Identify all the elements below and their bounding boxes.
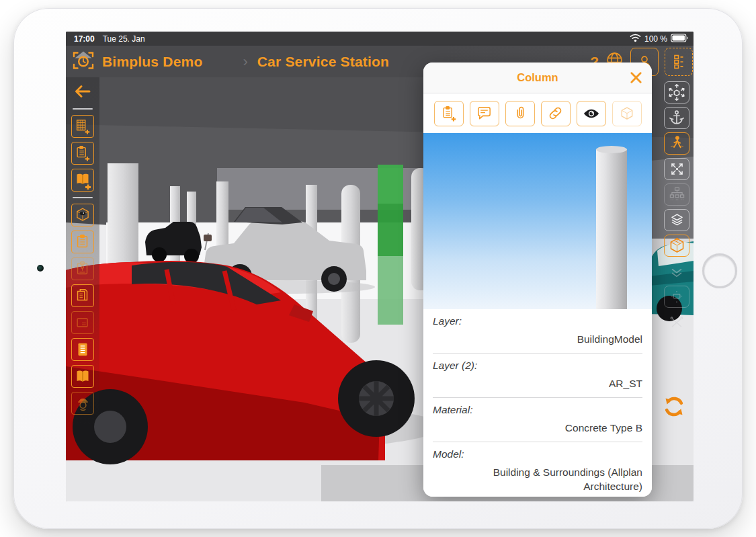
right-toolbar: [661, 81, 692, 333]
screenshot-stage: 17:00 Tue 25. Jan 100 % Bimplus Dem: [0, 0, 756, 537]
cube-3d-button[interactable]: [612, 101, 642, 126]
close-icon[interactable]: [629, 71, 643, 85]
battery-percent: 100 %: [644, 34, 667, 44]
zoom-extents-button[interactable]: [664, 158, 689, 180]
selected-green-column: [378, 165, 403, 325]
attachments-card-button[interactable]: [71, 311, 94, 334]
property-list: Layer: BuildingModel Layer (2): AR_ST Ma…: [423, 309, 652, 497]
screen: 17:00 Tue 25. Jan 100 % Bimplus Dem: [66, 32, 694, 501]
object-property-panel: Column: [423, 63, 652, 497]
toolbar-divider: [73, 197, 93, 198]
add-task-button[interactable]: [71, 142, 94, 165]
property-value: Concrete Type B: [433, 421, 642, 436]
library-book-button[interactable]: [71, 365, 94, 388]
property-value: Building & Surroundings (Allplan Archite…: [433, 466, 642, 494]
property-label: Layer (2):: [433, 360, 642, 372]
back-button[interactable]: [71, 80, 94, 103]
task-list-secondary-button[interactable]: [71, 257, 94, 280]
property-value: AR_ST: [433, 377, 642, 391]
property-label: Material:: [433, 404, 642, 416]
pan-3d-button[interactable]: [664, 81, 689, 104]
layers-button[interactable]: [664, 209, 689, 231]
status-time: 17:00: [74, 34, 95, 44]
column-3d-preview: [596, 149, 627, 309]
link-button[interactable]: [541, 101, 571, 126]
status-bar: 17:00 Tue 25. Jan 100 %: [66, 32, 694, 46]
panel-toolbar: [423, 93, 652, 133]
panel-header: Column: [423, 63, 652, 93]
attachment-button[interactable]: [505, 101, 535, 126]
walk-mode-button[interactable]: [664, 132, 689, 155]
toolbar-divider: [73, 108, 93, 110]
project-list-button[interactable]: [665, 48, 693, 76]
property-label: Model:: [433, 448, 642, 460]
property-row: Model: Building & Surroundings (Allplan …: [433, 442, 642, 497]
breadcrumb-separator: ›: [243, 53, 247, 71]
status-date: Tue 25. Jan: [103, 34, 145, 44]
battery-icon: [671, 34, 689, 44]
app-title[interactable]: Bimplus Demo: [102, 54, 202, 70]
add-model-button[interactable]: [71, 115, 94, 138]
object-preview[interactable]: [423, 133, 652, 309]
panel-title: Column: [517, 71, 558, 84]
comment-button[interactable]: [470, 101, 499, 126]
add-document-button[interactable]: [71, 169, 94, 192]
collapse-button[interactable]: [664, 260, 689, 282]
section-button[interactable]: [664, 286, 689, 308]
home-button[interactable]: [702, 253, 737, 288]
wifi-icon: [630, 34, 641, 44]
project-title: Car Service Station: [257, 54, 389, 70]
property-row: Material: Concrete Type B: [433, 398, 642, 442]
property-label: Layer:: [433, 315, 642, 327]
visibility-eye-button[interactable]: [577, 101, 606, 126]
add-task-button[interactable]: [434, 101, 464, 126]
notes-button[interactable]: [71, 338, 94, 361]
site-worker-button[interactable]: [71, 392, 94, 415]
wireframe-cube-button[interactable]: [664, 235, 689, 257]
ipad-frame: 17:00 Tue 25. Jan 100 % Bimplus Dem: [13, 8, 743, 529]
task-list-button[interactable]: [71, 231, 94, 253]
front-camera: [37, 265, 44, 272]
sync-refresh-button[interactable]: [662, 395, 686, 418]
view-cube-visibility-button[interactable]: [71, 204, 94, 226]
property-value: BuildingModel: [433, 333, 642, 347]
documents-button[interactable]: [71, 284, 94, 307]
property-row: Layer (2): AR_ST: [433, 354, 642, 398]
cut-button[interactable]: [664, 311, 689, 333]
model-structure-button[interactable]: [664, 183, 689, 206]
bimplus-logo-icon: [71, 49, 95, 75]
property-row: Layer: BuildingModel: [433, 309, 642, 354]
anchor-button[interactable]: [664, 107, 689, 129]
left-toolbar: [66, 77, 99, 456]
